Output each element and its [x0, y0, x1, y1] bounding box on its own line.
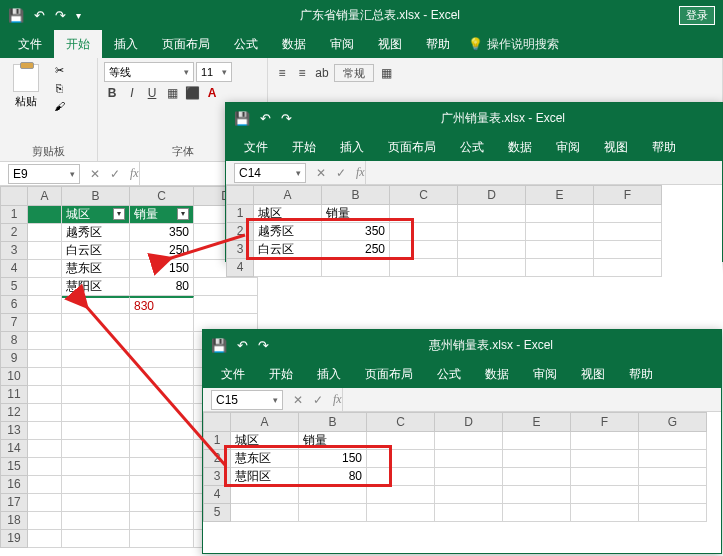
fx-icon[interactable]: fx [333, 392, 342, 407]
s2-F1[interactable] [571, 432, 639, 450]
tab-data[interactable]: 数据 [496, 133, 544, 162]
rowhead-5[interactable]: 5 [203, 504, 231, 522]
s1-B2[interactable]: 350 [322, 223, 390, 241]
s1-E1[interactable] [526, 205, 594, 223]
cell-B13[interactable] [62, 422, 130, 440]
colhead-E[interactable]: E [526, 185, 594, 205]
select-all-corner[interactable] [226, 185, 254, 205]
s2-A5[interactable] [231, 504, 299, 522]
cell-C5[interactable]: 80 [130, 278, 194, 296]
s2-A3[interactable]: 慧阳区 [231, 468, 299, 486]
rowhead-1[interactable]: 1 [203, 432, 231, 450]
rowhead-2[interactable]: 2 [203, 450, 231, 468]
cell-C19[interactable] [130, 530, 194, 548]
cell-A18[interactable] [28, 512, 62, 530]
s1-E3[interactable] [526, 241, 594, 259]
s1-B4[interactable] [322, 259, 390, 277]
s1-A3[interactable]: 白云区 [254, 241, 322, 259]
rowhead-10[interactable]: 10 [0, 368, 28, 386]
rowhead-1[interactable]: 1 [0, 206, 28, 224]
rowhead-3[interactable]: 3 [226, 241, 254, 259]
cancel-icon[interactable]: ✕ [316, 166, 326, 180]
rowhead-11[interactable]: 11 [0, 386, 28, 404]
s2-E1[interactable] [503, 432, 571, 450]
tab-view[interactable]: 视图 [366, 30, 414, 59]
tab-file[interactable]: 文件 [209, 360, 257, 389]
cond-format-icon[interactable]: ▦ [378, 64, 394, 82]
s2-F4[interactable] [571, 486, 639, 504]
s1-E4[interactable] [526, 259, 594, 277]
s1-D1[interactable] [458, 205, 526, 223]
enter-icon[interactable]: ✓ [313, 393, 323, 407]
enter-icon[interactable]: ✓ [110, 167, 120, 181]
sub1-sheet[interactable]: 1 2 3 4 A B C D E F 城区销量 越秀区350 白云区250 [226, 185, 722, 277]
tab-help[interactable]: 帮助 [414, 30, 462, 59]
tab-review[interactable]: 审阅 [318, 30, 366, 59]
select-all-corner[interactable] [0, 186, 28, 206]
italic-button[interactable]: I [124, 84, 140, 102]
colhead-F[interactable]: F [571, 412, 639, 432]
rowhead-14[interactable]: 14 [0, 440, 28, 458]
s2-C3[interactable] [367, 468, 435, 486]
redo-icon[interactable]: ↷ [258, 338, 269, 353]
cell-A13[interactable] [28, 422, 62, 440]
s2-G2[interactable] [639, 450, 707, 468]
s2-B3[interactable]: 80 [299, 468, 367, 486]
cell-C4[interactable]: 150 [130, 260, 194, 278]
s1-C4[interactable] [390, 259, 458, 277]
tab-insert[interactable]: 插入 [328, 133, 376, 162]
format-painter-icon[interactable]: 🖌 [50, 98, 68, 114]
cell-A4[interactable] [28, 260, 62, 278]
cell-A14[interactable] [28, 440, 62, 458]
s1-E2[interactable] [526, 223, 594, 241]
formula-bar[interactable] [342, 388, 721, 411]
rowhead-3[interactable]: 3 [203, 468, 231, 486]
cell-C10[interactable] [130, 368, 194, 386]
cell-A7[interactable] [28, 314, 62, 332]
s2-B1[interactable]: 销量 [299, 432, 367, 450]
s2-E3[interactable] [503, 468, 571, 486]
cell-B14[interactable] [62, 440, 130, 458]
filter-dropdown-icon[interactable]: ▾ [113, 208, 125, 220]
rowhead-4[interactable]: 4 [226, 259, 254, 277]
rowhead-18[interactable]: 18 [0, 512, 28, 530]
bold-button[interactable]: B [104, 84, 120, 102]
rowhead-17[interactable]: 17 [0, 494, 28, 512]
s1-C3[interactable] [390, 241, 458, 259]
cell-A17[interactable] [28, 494, 62, 512]
rowhead-4[interactable]: 4 [0, 260, 28, 278]
s2-D3[interactable] [435, 468, 503, 486]
rowhead-1[interactable]: 1 [226, 205, 254, 223]
tab-file[interactable]: 文件 [6, 30, 54, 59]
s2-G4[interactable] [639, 486, 707, 504]
rowhead-3[interactable]: 3 [0, 242, 28, 260]
cell-D6[interactable] [194, 296, 258, 314]
cell-B1[interactable]: 城区▾ [62, 206, 130, 224]
rowhead-19[interactable]: 19 [0, 530, 28, 548]
tab-formulas[interactable]: 公式 [222, 30, 270, 59]
cell-C1[interactable]: 销量▾ [130, 206, 194, 224]
s2-A1[interactable]: 城区 [231, 432, 299, 450]
tab-review[interactable]: 审阅 [521, 360, 569, 389]
copy-icon[interactable]: ⎘ [50, 80, 68, 96]
cell-C8[interactable] [130, 332, 194, 350]
colhead-G[interactable]: G [639, 412, 707, 432]
s2-E4[interactable] [503, 486, 571, 504]
s2-F5[interactable] [571, 504, 639, 522]
s2-C1[interactable] [367, 432, 435, 450]
s2-E5[interactable] [503, 504, 571, 522]
tab-pagelayout[interactable]: 页面布局 [150, 30, 222, 59]
colhead-F[interactable]: F [594, 185, 662, 205]
s1-D2[interactable] [458, 223, 526, 241]
s1-D3[interactable] [458, 241, 526, 259]
cell-A1[interactable] [28, 206, 62, 224]
cell-B7[interactable] [62, 314, 130, 332]
cell-B5[interactable]: 慧阳区 [62, 278, 130, 296]
formula-bar[interactable] [365, 161, 722, 184]
s1-F2[interactable] [594, 223, 662, 241]
undo-icon[interactable]: ↶ [34, 8, 45, 23]
tab-formulas[interactable]: 公式 [425, 360, 473, 389]
s1-A2[interactable]: 越秀区 [254, 223, 322, 241]
cut-icon[interactable]: ✂ [50, 62, 68, 78]
tab-review[interactable]: 审阅 [544, 133, 592, 162]
